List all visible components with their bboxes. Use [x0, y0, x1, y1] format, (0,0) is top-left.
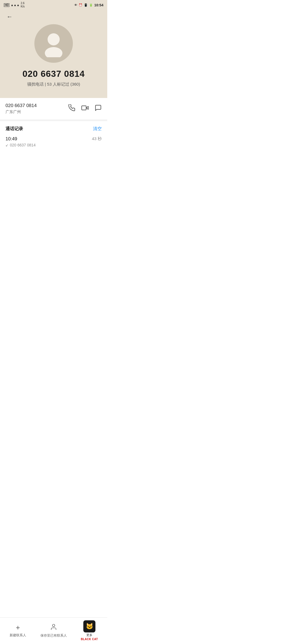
incoming-call-icon: ↙: [6, 143, 9, 147]
calllog-number: ↙ 020 6637 0814: [6, 143, 35, 147]
calllog-item: 10:49 ↙ 020 6637 0814 43 秒: [6, 136, 102, 151]
signal-icon: ▲▲▲: [10, 3, 20, 7]
info-actions: [68, 104, 102, 113]
calllog-left: 10:49 ↙ 020 6637 0814: [6, 136, 35, 147]
alarm-icon: ⏰: [79, 3, 82, 7]
avatar-silhouette: [40, 30, 67, 57]
status-left: HD ▲▲▲ 2.6K/s: [4, 2, 25, 8]
info-section: 020 6637 0814 广东广州: [0, 98, 107, 121]
vibrate-icon: 📳: [84, 3, 88, 7]
message-button[interactable]: [95, 104, 102, 113]
calllog-time: 10:49: [6, 136, 35, 142]
calllog-clear-button[interactable]: 清空: [93, 126, 102, 132]
info-text: 020 6637 0814 广东广州: [6, 103, 37, 114]
network-speed: 2.6K/s: [21, 2, 24, 8]
svg-point-1: [45, 47, 62, 57]
hero-phone-number: 020 6637 0814: [23, 69, 85, 79]
hd-badge: HD: [4, 3, 9, 7]
status-bar: HD ▲▲▲ 2.6K/s 👁 ⏰ 📳 🔋 10:54: [0, 0, 107, 9]
status-time: 10:54: [94, 3, 103, 7]
battery-icon: 🔋: [89, 3, 93, 7]
status-right: 👁 ⏰ 📳 🔋 10:54: [74, 3, 103, 7]
avatar: [34, 24, 73, 63]
calllog-title: 通话记录: [6, 126, 23, 132]
back-button[interactable]: ←: [6, 12, 14, 21]
call-button[interactable]: [68, 104, 75, 113]
calllog-duration: 43 秒: [92, 136, 102, 141]
phone-tag: 骚扰电话 | 53 人标记过 (360): [27, 82, 80, 87]
info-row: 020 6637 0814 广东广州: [6, 103, 102, 114]
calllog-section: 通话记录 清空 10:49 ↙ 020 6637 0814 43 秒: [0, 121, 107, 151]
info-location: 广东广州: [6, 110, 37, 114]
eye-icon: 👁: [74, 3, 77, 7]
svg-rect-2: [82, 106, 86, 110]
hero-section: ← 020 6637 0814 骚扰电话 | 53 人标记过 (360): [0, 9, 107, 98]
calllog-header: 通话记录 清空: [6, 126, 102, 132]
svg-point-0: [48, 33, 60, 45]
video-call-button[interactable]: [81, 104, 89, 113]
info-phone: 020 6637 0814: [6, 103, 37, 108]
